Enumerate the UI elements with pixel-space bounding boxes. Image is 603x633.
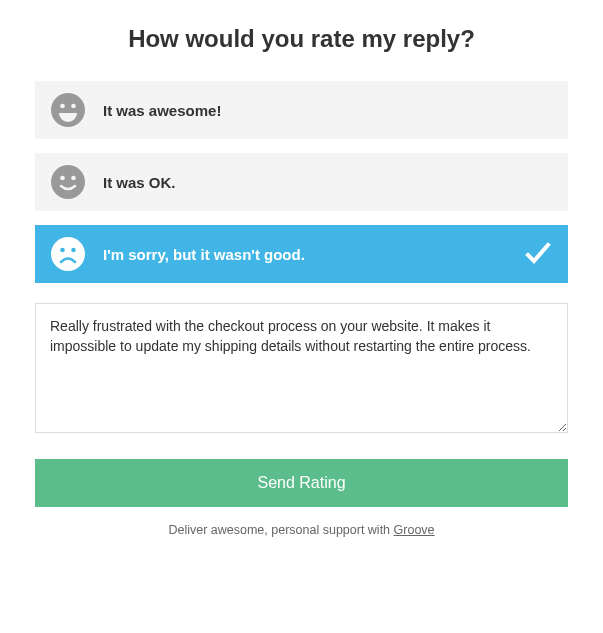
send-rating-button[interactable]: Send Rating: [35, 459, 568, 507]
svg-point-4: [60, 176, 65, 181]
rating-option-awesome[interactable]: It was awesome!: [35, 81, 568, 139]
svg-point-3: [51, 165, 85, 199]
rating-option-label: It was awesome!: [103, 102, 221, 119]
svg-point-1: [60, 104, 65, 109]
rating-option-ok[interactable]: It was OK.: [35, 153, 568, 211]
svg-point-7: [60, 248, 65, 253]
svg-point-5: [71, 176, 76, 181]
rating-option-label: I'm sorry, but it wasn't good.: [103, 246, 305, 263]
smile-big-icon: [51, 93, 85, 127]
page-title: How would you rate my reply?: [35, 25, 568, 53]
check-icon: [524, 240, 552, 268]
footer-text: Deliver awesome, personal support with G…: [35, 523, 568, 537]
svg-point-6: [51, 237, 85, 271]
rating-option-label: It was OK.: [103, 174, 176, 191]
rating-option-bad[interactable]: I'm sorry, but it wasn't good.: [35, 225, 568, 283]
comment-input[interactable]: [35, 303, 568, 433]
svg-point-2: [71, 104, 76, 109]
smile-icon: [51, 165, 85, 199]
frown-icon: [51, 237, 85, 271]
footer-link[interactable]: Groove: [394, 523, 435, 537]
svg-point-8: [71, 248, 76, 253]
footer-prefix: Deliver awesome, personal support with: [168, 523, 393, 537]
